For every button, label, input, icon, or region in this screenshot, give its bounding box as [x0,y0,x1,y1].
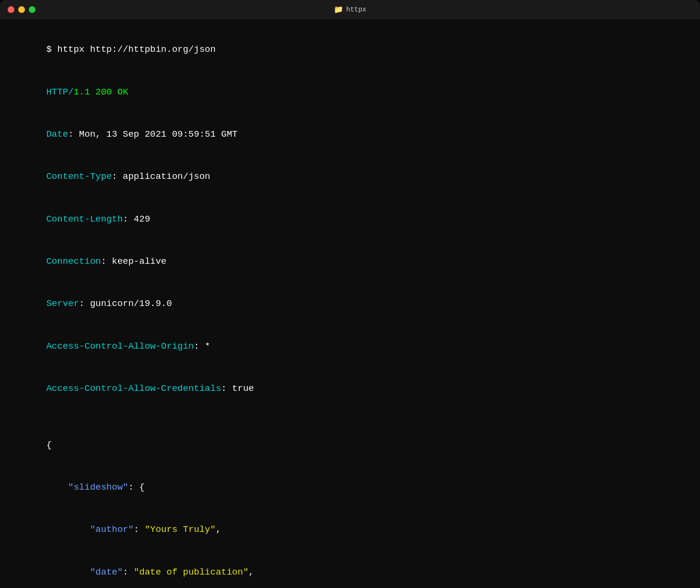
terminal-window: 📁 httpx $ httpx http://httpbin.org/json … [0,0,700,588]
header-cl-val: : 429 [123,214,150,224]
header-date-key: Date [46,129,68,140]
header-date: Date: Mon, 13 Sep 2021 09:59:51 GMT [13,114,687,156]
header-acac: Access-Control-Allow-Credentials: true [13,368,687,410]
header-acao-val: : * [194,341,210,352]
maximize-button[interactable] [29,6,35,13]
json-open: { [13,424,687,466]
status-line: HTTP/1.1 200 OK [13,71,687,113]
header-content-length: Content-Length: 429 [13,198,687,240]
header-conn-val: : keep-alive [101,256,166,267]
minimize-button[interactable] [18,6,25,13]
header-srv-val: : gunicorn/19.9.0 [79,298,172,309]
window-title: 📁 httpx [334,5,366,14]
close-button[interactable] [8,6,14,13]
header-connection: Connection: keep-alive [13,241,687,283]
folder-icon: 📁 [334,5,343,14]
command-text: $ httpx http://httpbin.org/json [46,44,215,55]
header-srv-key: Server [46,298,79,309]
header-acao-key: Access-Control-Allow-Origin [46,341,194,352]
header-acac-key: Access-Control-Allow-Credentials [46,383,221,394]
traffic-lights [8,6,35,13]
blank-line [13,410,687,424]
header-cl-key: Content-Length [46,214,123,224]
header-server: Server: gunicorn/19.9.0 [13,283,687,325]
json-date: "date": "date of publication", [13,551,687,588]
http-version: 1.1 200 OK [73,87,128,97]
header-ct-key: Content-Type [46,171,112,182]
header-acac-val: : true [221,383,254,394]
json-author: "author": "Yours Truly", [13,509,687,551]
http-prefix: HTTP/ [46,87,73,97]
titlebar: 📁 httpx [0,0,700,19]
header-acao: Access-Control-Allow-Origin: * [13,325,687,367]
header-conn-key: Connection [46,256,101,267]
terminal-output: $ httpx http://httpbin.org/json HTTP/1.1… [0,19,700,588]
header-date-colon: : Mon, 13 Sep 2021 09:59:51 GMT [68,129,237,140]
header-content-type: Content-Type: application/json [13,156,687,198]
command-line: $ httpx http://httpbin.org/json [13,29,687,71]
json-slideshow-key: "slideshow": { [13,467,687,509]
title-text: httpx [346,6,366,13]
header-ct-val: : application/json [112,171,210,182]
